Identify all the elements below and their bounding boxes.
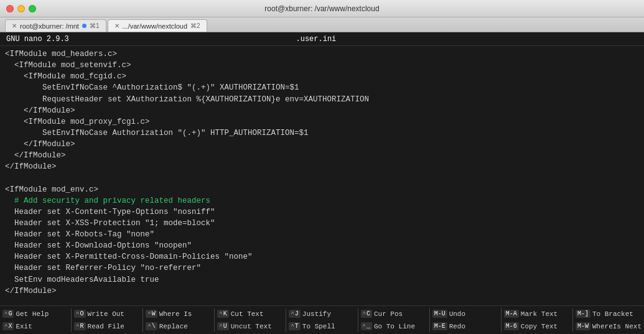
cmd-row[interactable]: M-WWhereIs Next	[576, 320, 642, 333]
cmd-label: Justify	[302, 310, 331, 318]
editor-line: RequestHeader set XAuthorization %{XAUTH…	[5, 94, 639, 105]
cmd-group: M-UUndoM-ERedo	[430, 306, 501, 334]
cmd-key: ^K	[217, 310, 228, 318]
cmd-group: ^WWhere Is^\Replace	[143, 306, 214, 334]
cmd-key: ^U	[217, 322, 228, 330]
cmd-group: M-AMark TextM-6Copy Text	[502, 306, 572, 334]
tab-close-icon-1[interactable]: ✕	[12, 22, 17, 29]
cmd-label: WhereIs Next	[592, 323, 642, 330]
cmd-row[interactable]: ^RRead File	[74, 320, 140, 333]
cmd-row[interactable]: ^CCur Pos	[361, 308, 427, 320]
editor-line: Header set X-Robots-Tag "none"	[5, 229, 639, 240]
cmd-label: Get Help	[16, 310, 49, 318]
cmd-row[interactable]: ^WWhere Is	[146, 308, 212, 320]
editor-line: </IfModule>	[5, 139, 639, 150]
titlebar: root@xburner: /var/www/nextcloud	[0, 0, 644, 17]
editor-line: <IfModule mod_fcgid.c>	[5, 71, 639, 82]
cmd-label: Where Is	[159, 310, 192, 318]
cmd-key: ^W	[146, 310, 157, 318]
cmd-key: M-]	[576, 310, 590, 318]
editor-line	[5, 172, 639, 183]
cmd-group: ^KCut Text^UUncut Text	[215, 306, 286, 334]
tab-dot-1	[82, 24, 86, 28]
close-button[interactable]	[6, 5, 14, 12]
cmd-label: Cur Pos	[374, 310, 403, 318]
cmd-row[interactable]: M-UUndo	[432, 308, 498, 320]
cmd-key: ^\	[146, 322, 157, 330]
cmd-group: ^JJustify^TTo Spell	[286, 306, 357, 334]
cmd-label: Go To Line	[374, 323, 415, 330]
cmd-row[interactable]: M-AMark Text	[504, 308, 570, 320]
nano-statusbar: GNU nano 2.9.3 .user.ini	[0, 32, 644, 46]
cmd-row[interactable]: M-]To Bracket	[576, 308, 642, 320]
editor-line: Header set X-Permitted-Cross-Domain-Poli…	[5, 251, 639, 262]
editor-line: SetEnvIfNoCase ^Authorization$ "(.+)" XA…	[5, 82, 639, 93]
cmd-row[interactable]: ^_Go To Line	[361, 320, 427, 333]
cmd-row[interactable]: ^UUncut Text	[217, 320, 283, 333]
cmd-key: ^J	[289, 310, 300, 318]
editor-line: <IfModule mod_setenvif.c>	[5, 60, 639, 71]
cmd-group: ^OWrite Out^RRead File	[72, 306, 142, 334]
cmd-row[interactable]: M-6Copy Text	[504, 320, 570, 333]
editor-line	[5, 297, 639, 305]
editor-line: <IfModule mod_headers.c>	[5, 49, 639, 60]
cmd-row[interactable]: ^OWrite Out	[74, 308, 140, 320]
cmd-label: To Spell	[302, 323, 335, 330]
window-controls	[6, 5, 36, 12]
cmd-label: Replace	[159, 323, 188, 330]
editor-line: <IfModule mod_env.c>	[5, 184, 639, 195]
cmd-label: Mark Text	[521, 310, 558, 318]
cmd-key: ^X	[2, 322, 14, 330]
tab-1[interactable]: ✕ root@xburner: /mnt ⌘1	[5, 19, 106, 32]
cmd-label: Write Out	[88, 310, 124, 318]
tab-close-icon-2[interactable]: ✕	[114, 22, 119, 29]
cmd-row[interactable]: M-ERedo	[432, 320, 498, 333]
cmd-key: ^T	[289, 322, 300, 330]
editor-line: <IfModule mod_proxy_fcgi.c>	[5, 116, 639, 128]
cmd-key: M-6	[504, 322, 519, 330]
cmd-key: ^R	[74, 322, 85, 330]
tab-shortcut-2: ⌘2	[190, 22, 200, 29]
editor-line: Header set Referrer-Policy "no-referrer"	[5, 262, 639, 274]
cmd-group: ^GGet Help^XExit	[0, 306, 71, 334]
cmd-row[interactable]: ^GGet Help	[2, 308, 68, 320]
tabs-bar: ✕ root@xburner: /mnt ⌘1 ✕ .../var/www/ne…	[0, 17, 644, 32]
maximize-button[interactable]	[29, 5, 36, 12]
editor-line: </IfModule>	[5, 285, 639, 297]
cmd-group: ^CCur Pos^_Go To Line	[358, 306, 429, 334]
editor-line: # Add security and privacy related heade…	[5, 195, 639, 206]
cmd-key: ^O	[74, 310, 85, 318]
cmd-key: M-E	[432, 322, 447, 330]
cmd-label: Copy Text	[521, 323, 558, 330]
editor-line: </IfModule>	[5, 150, 639, 161]
cmd-key: M-U	[432, 310, 447, 318]
cmd-label: Read File	[88, 323, 124, 330]
tab-2[interactable]: ✕ .../var/www/nextcloud ⌘2	[108, 19, 207, 32]
tab-shortcut-1: ⌘1	[90, 22, 100, 29]
cmd-row[interactable]: ^\Replace	[146, 320, 212, 333]
cmd-label: To Bracket	[592, 310, 633, 318]
cmd-row[interactable]: ^TTo Spell	[289, 320, 355, 333]
editor-line: SetEnv modHeadersAvailable true	[5, 274, 639, 285]
cmd-key: M-W	[576, 322, 590, 330]
cmd-label: Undo	[449, 310, 465, 318]
cmd-key: M-A	[504, 310, 519, 318]
nano-version: GNU nano 2.9.3	[6, 35, 69, 44]
minimize-button[interactable]	[17, 5, 25, 12]
cmd-key: ^C	[361, 310, 372, 318]
cmd-row[interactable]: ^KCut Text	[217, 308, 283, 320]
cmd-row[interactable]: ^JJustify	[289, 308, 355, 320]
cmd-group: M-]To BracketM-WWhereIs Next	[573, 306, 644, 334]
tab-label-1: root@xburner: /mnt	[20, 22, 79, 30]
editor-line: Header set X-XSS-Protection "1; mode=blo…	[5, 218, 639, 229]
cmd-key: ^_	[361, 322, 372, 330]
cmd-row[interactable]: ^XExit	[2, 320, 68, 333]
cmd-label: Cut Text	[231, 310, 264, 318]
cmd-label: Exit	[16, 323, 32, 330]
cmd-label: Uncut Text	[231, 323, 272, 330]
editor-line: Header set X-Download-Options "noopen"	[5, 240, 639, 251]
bottom-command-bar: ^GGet Help^XExit^OWrite Out^RRead File^W…	[0, 305, 644, 334]
editor-line: SetEnvIfNoCase Authorization "(.+)" HTTP…	[5, 128, 639, 139]
editor-area[interactable]: <IfModule mod_headers.c> <IfModule mod_s…	[0, 46, 644, 305]
nano-filename: .user.ini	[296, 35, 337, 44]
